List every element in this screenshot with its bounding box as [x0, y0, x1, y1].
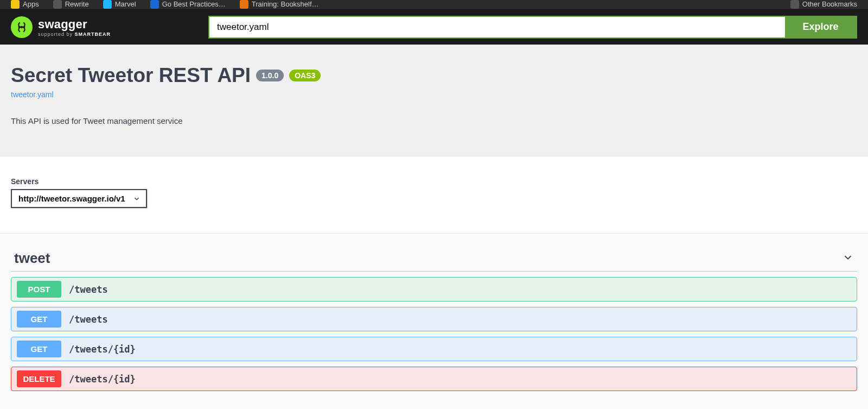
bookmark-item[interactable]: Go Best Practices…	[150, 0, 226, 9]
http-method-badge: DELETE	[17, 370, 61, 387]
divider	[11, 271, 857, 272]
endpoint-path: /tweets/{id}	[69, 374, 136, 385]
browser-bookmark-bar: Apps Rewrite Marvel Go Best Practices… T…	[0, 0, 868, 9]
operations-section: tweet POST/tweetsGET/tweetsGET/tweets/{i…	[0, 234, 868, 407]
servers-label: Servers	[11, 177, 857, 186]
explore-form: Explore	[208, 16, 857, 39]
operation-row[interactable]: DELETE/tweets/{id}	[11, 367, 857, 391]
svg-point-0	[19, 26, 20, 27]
operation-row[interactable]: POST/tweets	[11, 277, 857, 301]
swagger-logo[interactable]: swagger supported by SMARTBEAR	[11, 16, 111, 38]
tag-name: tweet	[14, 250, 50, 267]
oas-badge: OAS3	[289, 70, 321, 81]
operation-row[interactable]: GET/tweets/{id}	[11, 337, 857, 361]
other-bookmarks[interactable]: Other Bookmarks	[790, 0, 857, 9]
chevron-down-icon	[842, 251, 854, 266]
info-section: Secret Tweetor REST API 1.0.0 OAS3 tweet…	[0, 45, 868, 156]
bookmark-item[interactable]: Marvel	[103, 0, 136, 9]
topbar: swagger supported by SMARTBEAR Explore	[0, 9, 868, 45]
svg-point-1	[21, 26, 22, 27]
operation-row[interactable]: GET/tweets	[11, 307, 857, 331]
spec-link[interactable]: tweetor.yaml	[11, 90, 857, 99]
servers-section: Servers http://tweetor.swagger.io/v1	[0, 156, 868, 234]
tag-header[interactable]: tweet	[11, 250, 857, 267]
http-method-badge: POST	[17, 281, 61, 298]
brand-subtext: supported by SMARTBEAR	[38, 32, 111, 37]
endpoint-path: /tweets	[69, 284, 108, 295]
endpoint-path: /tweets/{id}	[69, 344, 136, 355]
brand-text: swagger	[38, 17, 111, 32]
version-badge: 1.0.0	[256, 70, 284, 81]
api-description: This API is used for Tweet management se…	[11, 116, 857, 125]
http-method-badge: GET	[17, 311, 61, 328]
explore-button[interactable]: Explore	[785, 17, 856, 37]
http-method-badge: GET	[17, 341, 61, 357]
spec-url-input[interactable]	[209, 17, 785, 37]
svg-point-2	[23, 26, 24, 27]
swagger-icon	[11, 16, 33, 38]
server-select[interactable]: http://tweetor.swagger.io/v1	[11, 189, 147, 208]
bookmark-item[interactable]: Apps	[11, 0, 39, 9]
page-title: Secret Tweetor REST API	[11, 64, 251, 87]
bookmark-item[interactable]: Training: Bookshelf…	[240, 0, 319, 9]
endpoint-path: /tweets	[69, 314, 108, 325]
bookmark-item[interactable]: Rewrite	[53, 0, 89, 9]
